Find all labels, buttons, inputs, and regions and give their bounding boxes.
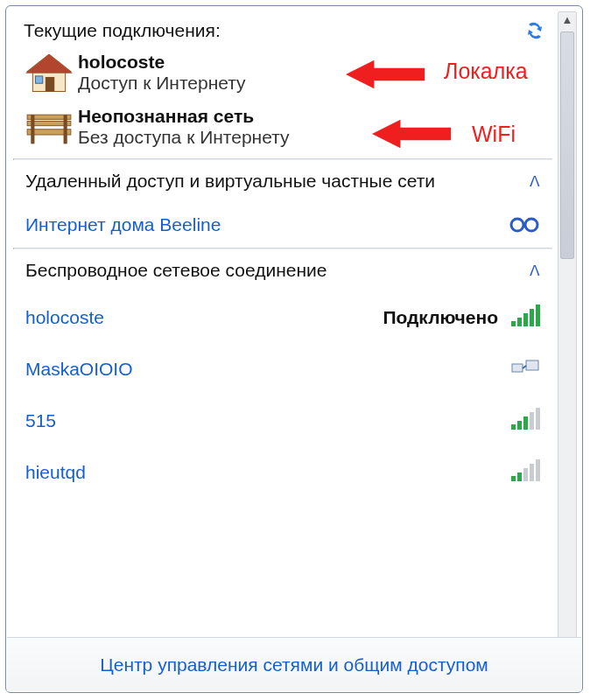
annotation-label: WiFi <box>472 122 516 147</box>
wifi-item-state: Подключено <box>383 307 498 328</box>
vpn-section-header[interactable]: Удаленный доступ и виртуальные частные с… <box>13 160 552 202</box>
svg-rect-26 <box>511 476 516 481</box>
svg-rect-13 <box>511 321 516 326</box>
signal-icon <box>510 407 540 434</box>
svg-rect-23 <box>523 416 528 430</box>
svg-rect-16 <box>530 309 534 326</box>
network-flyout: ▲ ▼ Текущие подключения: <box>5 5 583 693</box>
signal-icon <box>510 458 540 486</box>
svg-rect-21 <box>511 424 516 430</box>
wifi-item[interactable]: hieutqd <box>13 446 552 498</box>
scroll-up-icon[interactable]: ▲ <box>562 14 573 25</box>
content-pane: Текущие подключения: holocoste <box>13 13 552 629</box>
svg-rect-30 <box>536 459 540 481</box>
svg-rect-28 <box>523 468 528 481</box>
signal-icon <box>510 304 540 331</box>
wireless-section-title: Беспроводное сетевое соединение <box>25 260 327 281</box>
wifi-item-label: hieutqd <box>25 462 86 483</box>
wifi-item[interactable]: holocoste Подключено <box>13 291 552 343</box>
svg-rect-27 <box>517 472 522 481</box>
svg-rect-29 <box>530 464 534 481</box>
svg-rect-15 <box>523 313 528 326</box>
network-computers-icon <box>510 355 540 382</box>
network-center-link[interactable]: Центр управления сетями и общим доступом <box>100 654 488 676</box>
chevron-up-icon: ᐱ <box>530 262 540 280</box>
svg-rect-19 <box>526 360 538 370</box>
svg-rect-22 <box>517 421 522 430</box>
svg-rect-17 <box>536 304 540 326</box>
svg-point-11 <box>511 219 523 231</box>
house-icon <box>24 52 74 95</box>
refresh-icon <box>524 20 545 41</box>
scroll-thumb[interactable] <box>560 32 574 259</box>
annotation-arrow-icon <box>346 55 425 94</box>
bench-icon <box>24 106 74 150</box>
connection-status: Доступ к Интернету <box>78 73 246 94</box>
refresh-button[interactable] <box>524 20 545 41</box>
wifi-item[interactable]: MaskaOIOIO <box>13 343 552 395</box>
connection-item[interactable]: holocoste Доступ к Интернету Локалка <box>13 50 552 104</box>
svg-marker-4 <box>346 60 425 88</box>
connection-status: Без доступа к Интернету <box>78 127 290 148</box>
svg-rect-14 <box>517 318 522 326</box>
wifi-item-label: 515 <box>25 410 56 431</box>
wireless-section-header[interactable]: Беспроводное сетевое соединение ᐱ <box>13 249 552 291</box>
chevron-up-icon: ᐱ <box>530 172 540 191</box>
svg-rect-9 <box>64 115 67 144</box>
connection-item[interactable]: Неопознанная сеть Без доступа к Интернет… <box>13 104 552 158</box>
svg-rect-18 <box>512 364 523 372</box>
svg-line-20 <box>523 366 526 368</box>
vpn-section-title: Удаленный доступ и виртуальные частные с… <box>25 171 435 192</box>
wifi-item[interactable]: 515 <box>13 395 552 446</box>
annotation-label: Локалка <box>444 59 528 84</box>
svg-marker-1 <box>25 54 73 74</box>
connection-name: Неопознанная сеть <box>78 106 290 127</box>
annotation-arrow-icon <box>372 115 451 153</box>
current-connections-title: Текущие подключения: <box>24 20 221 41</box>
wifi-item-label: MaskaOIOIO <box>25 359 133 380</box>
svg-point-12 <box>525 219 537 231</box>
connection-name: holocoste <box>78 52 246 73</box>
vpn-item[interactable]: Интернет дома Beeline <box>13 202 552 248</box>
wifi-item-label: holocoste <box>25 307 104 328</box>
vpn-item-label: Интернет дома Beeline <box>25 214 221 235</box>
svg-marker-10 <box>372 120 451 148</box>
svg-rect-8 <box>31 115 34 144</box>
footer: Центр управления сетями и общим доступом <box>7 637 581 691</box>
svg-rect-3 <box>35 76 42 83</box>
svg-rect-2 <box>46 77 54 92</box>
svg-rect-24 <box>530 412 534 430</box>
vpn-icon <box>509 214 540 235</box>
scrollbar[interactable]: ▲ ▼ <box>558 11 577 687</box>
svg-rect-25 <box>536 408 540 430</box>
